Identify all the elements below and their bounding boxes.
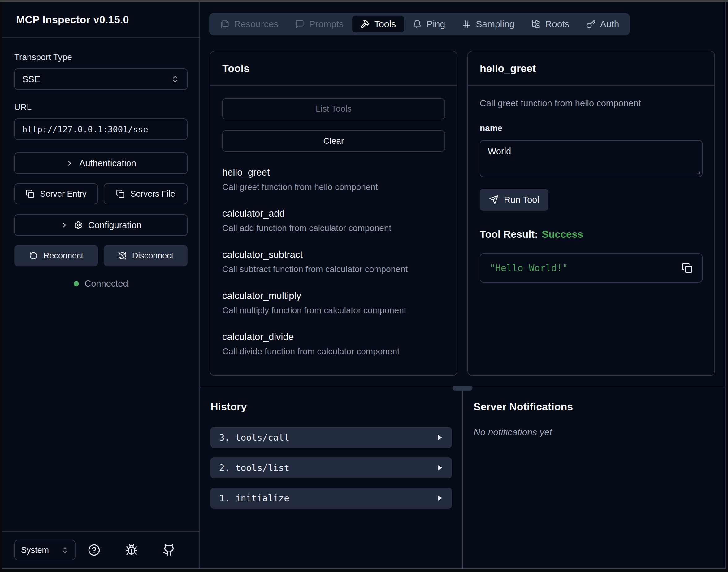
- copy-icon: [116, 190, 125, 198]
- run-tool-button[interactable]: Run Tool: [480, 189, 548, 211]
- copy-icon: [682, 263, 693, 273]
- nav-row: Resources Prompts Tools Ping Sampling: [200, 2, 725, 35]
- tool-description: Call multiply function from calculator c…: [222, 305, 445, 315]
- history-item-label: 1. initialize: [219, 493, 289, 503]
- history-item-tools-list[interactable]: 2. tools/list: [210, 457, 452, 478]
- tool-item-hello-greet[interactable]: hello_greet Call greet function from hel…: [222, 167, 445, 192]
- help-circle-icon: [88, 544, 100, 556]
- folder-tree-icon: [531, 19, 540, 29]
- sidebar-footer: System: [2, 531, 199, 568]
- tool-item-calculator-add[interactable]: calculator_add Call add function from ca…: [222, 208, 445, 233]
- bell-icon: [413, 19, 422, 29]
- chevron-right-icon: [60, 221, 68, 229]
- transport-type-label: Transport Type: [14, 52, 188, 62]
- tab-ping[interactable]: Ping: [405, 16, 453, 32]
- tab-auth[interactable]: Auth: [578, 16, 627, 32]
- tab-sampling[interactable]: Sampling: [454, 16, 523, 32]
- github-button[interactable]: [163, 544, 175, 556]
- param-name-label: name: [480, 123, 703, 133]
- server-entry-button[interactable]: Server Entry: [14, 183, 98, 204]
- splitter-drag-handle[interactable]: [452, 386, 472, 390]
- tool-result-line: Tool Result:Success: [480, 228, 703, 240]
- tab-bar: Resources Prompts Tools Ping Sampling: [209, 13, 630, 35]
- tab-prompts[interactable]: Prompts: [287, 16, 352, 32]
- chevrons-up-down-icon: [171, 75, 180, 83]
- sidebar: MCP Inspector v0.15.0 Transport Type SSE…: [2, 2, 200, 568]
- reconnect-button[interactable]: Reconnect: [14, 245, 98, 266]
- history-item-initialize[interactable]: 1. initialize: [210, 488, 452, 509]
- tab-resources[interactable]: Resources: [212, 16, 286, 32]
- connection-status: Connected: [14, 279, 188, 289]
- tool-detail-header: hello_greet: [468, 51, 714, 86]
- theme-select[interactable]: System: [14, 540, 75, 560]
- tool-item-calculator-subtract[interactable]: calculator_subtract Call subtract functi…: [222, 249, 445, 274]
- history-item-tools-call[interactable]: 3. tools/call: [210, 427, 452, 448]
- copy-result-button[interactable]: [682, 263, 693, 273]
- history-item-label: 3. tools/call: [219, 432, 289, 443]
- tools-panel-title: Tools: [222, 62, 249, 75]
- tool-item-calculator-multiply[interactable]: calculator_multiply Call multiply functi…: [222, 290, 445, 315]
- configuration-button[interactable]: Configuration: [14, 214, 188, 236]
- authentication-button[interactable]: Authentication: [14, 152, 188, 174]
- clear-button[interactable]: Clear: [222, 131, 445, 151]
- tool-detail-title: hello_greet: [480, 62, 536, 75]
- tool-description: Call greet function from hello component: [222, 182, 445, 192]
- tool-detail-body: Call greet function from hello component…: [468, 86, 714, 375]
- tool-name: calculator_add: [222, 208, 445, 219]
- footer-icons: [75, 544, 188, 556]
- tool-detail-panel: hello_greet Call greet function from hel…: [467, 51, 715, 376]
- list-tools-button[interactable]: List Tools: [222, 98, 445, 119]
- transport-type-select[interactable]: SSE: [14, 68, 188, 90]
- hammer-icon: [360, 19, 370, 29]
- no-notifications-message: No notifications yet: [474, 427, 714, 437]
- tab-tools[interactable]: Tools: [352, 16, 404, 32]
- mcp-inspector-window: MCP Inspector v0.15.0 Transport Type SSE…: [2, 2, 726, 569]
- tool-item-calculator-divide[interactable]: calculator_divide Call divide function f…: [222, 332, 445, 356]
- bug-report-button[interactable]: [125, 544, 138, 556]
- servers-file-button[interactable]: Servers File: [104, 183, 188, 204]
- tab-label: Auth: [600, 19, 619, 29]
- bug-icon: [125, 544, 138, 556]
- copy-icon: [26, 190, 35, 198]
- history-panel: History 3. tools/call 2. tools/list 1. i…: [200, 388, 463, 568]
- tab-roots[interactable]: Roots: [523, 16, 577, 32]
- run-tool-label: Run Tool: [504, 195, 539, 205]
- tab-label: Ping: [427, 19, 445, 29]
- hash-icon: [462, 19, 471, 29]
- horizontal-splitter: [200, 388, 725, 388]
- expand-play-icon: [436, 464, 443, 471]
- tool-name: calculator_subtract: [222, 249, 445, 260]
- url-input[interactable]: [14, 119, 188, 140]
- tool-result-label: Tool Result:: [480, 228, 538, 240]
- server-entry-label: Server Entry: [40, 189, 86, 199]
- tool-detail-description: Call greet function from hello component: [480, 98, 703, 109]
- expand-play-icon: [436, 495, 443, 502]
- tool-name: calculator_divide: [222, 332, 445, 343]
- list-tools-label: List Tools: [316, 104, 352, 114]
- disconnect-button[interactable]: Disconnect: [104, 245, 188, 266]
- disconnect-label: Disconnect: [132, 251, 174, 261]
- authentication-label: Authentication: [79, 158, 136, 168]
- gear-icon: [74, 221, 83, 229]
- tool-description: Call divide function from calculator com…: [222, 347, 445, 356]
- tools-panel-header: Tools: [210, 51, 457, 86]
- tab-label: Resources: [234, 19, 278, 29]
- help-button[interactable]: [88, 544, 100, 556]
- tool-name: calculator_multiply: [222, 290, 445, 301]
- history-item-label: 2. tools/list: [219, 462, 289, 473]
- tools-panel: Tools List Tools Clear hello_greet Call …: [210, 51, 458, 376]
- tool-description: Call subtract function from calculator c…: [222, 264, 445, 274]
- connected-label: Connected: [84, 279, 128, 289]
- configuration-label: Configuration: [88, 220, 142, 230]
- param-name-input[interactable]: World: [480, 140, 703, 177]
- tool-description: Call add function from calculator compon…: [222, 223, 445, 233]
- tool-result-box: "Hello World!": [480, 253, 703, 283]
- connected-dot: [74, 281, 79, 286]
- tab-label: Tools: [374, 19, 396, 29]
- expand-play-icon: [436, 434, 443, 441]
- bottom-row: History 3. tools/call 2. tools/list 1. i…: [200, 388, 725, 568]
- clear-label: Clear: [323, 136, 344, 146]
- refresh-off-icon: [118, 252, 127, 260]
- tab-label: Roots: [545, 19, 569, 29]
- tab-label: Sampling: [476, 19, 514, 29]
